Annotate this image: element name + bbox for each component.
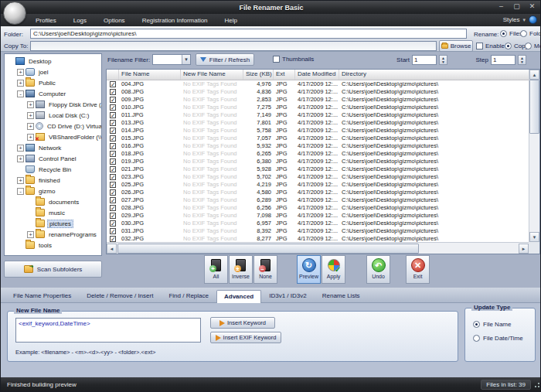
checked-checkbox-icon[interactable]: ✓ — [110, 182, 116, 188]
copyto-input[interactable] — [30, 41, 437, 51]
tree-item-floppy-disk-drive-a[interactable]: +Floppy Disk Drive (A:) — [5, 99, 101, 110]
checked-checkbox-icon[interactable]: ✓ — [110, 81, 116, 87]
chevron-down-icon[interactable]: ▼ — [182, 55, 190, 64]
expand-icon[interactable]: + — [17, 155, 24, 162]
checked-checkbox-icon[interactable]: ✓ — [110, 104, 116, 111]
tab-find-replace[interactable]: Find / Replace — [161, 289, 216, 302]
tab-delete-remove-insert[interactable]: Delete / Remove / Insert — [79, 289, 161, 302]
filename-filter-combo[interactable]: ▼ — [152, 54, 191, 65]
table-row[interactable]: ✓008.JPGNo EXIF Tags Found4,836JPG4/17/2… — [107, 88, 529, 96]
tree-item-network[interactable]: +Network — [5, 142, 101, 153]
column-directory[interactable]: Directory — [339, 70, 529, 80]
folder-input[interactable] — [30, 29, 467, 39]
checked-checkbox-icon[interactable]: ✓ — [110, 228, 116, 234]
scroll-up-icon[interactable]: ▲ — [529, 70, 539, 80]
table-row[interactable]: ✓018.JPGNo EXIF Tags Found6,265JPG4/17/2… — [107, 150, 529, 158]
checked-checkbox-icon[interactable]: ✓ — [110, 159, 116, 165]
tree-item-control-panel[interactable]: +Control Panel — [5, 153, 101, 164]
table-row[interactable]: ✓011.JPGNo EXIF Tags Found7,149JPG4/17/2… — [107, 111, 529, 119]
tree-item-pictures[interactable]: pictures — [5, 218, 101, 229]
filter-refresh-button[interactable]: Filter / Refresh — [196, 53, 254, 66]
insert-exif-keyword-button[interactable]: Insert EXIF Keyword — [210, 332, 281, 343]
apply-button[interactable]: Apply — [322, 255, 345, 284]
checked-checkbox-icon[interactable]: ✓ — [110, 112, 116, 118]
table-row[interactable]: ✓027.JPGNo EXIF Tags Found6,289JPG4/17/2… — [107, 196, 529, 204]
table-row[interactable]: ✓014.JPGNo EXIF Tags Found5,758JPG4/17/2… — [107, 127, 529, 135]
expand-icon[interactable]: + — [27, 123, 34, 130]
table-row[interactable]: ✓015.JPGNo EXIF Tags Found7,057JPG4/17/2… — [107, 135, 529, 142]
chevron-down-icon[interactable]: ▾ — [522, 17, 526, 23]
preview-button[interactable]: ↻Preview — [297, 255, 321, 284]
help-globe-icon[interactable] — [529, 15, 537, 24]
all-button[interactable]: +All — [204, 255, 228, 284]
resize-grip[interactable] — [532, 380, 540, 388]
checked-checkbox-icon[interactable]: ✓ — [110, 197, 116, 203]
tree-item-gizmo[interactable]: -gizmo — [5, 186, 101, 196]
inverse-button[interactable]: ±Inverse — [229, 255, 253, 284]
expand-icon[interactable]: + — [27, 231, 34, 238]
tree-item-renameprograms[interactable]: +renamePrograms — [5, 229, 101, 240]
start-stepper[interactable]: ▲▼ — [439, 55, 447, 65]
start-input[interactable] — [412, 55, 437, 65]
checked-checkbox-icon[interactable]: ✓ — [110, 205, 116, 211]
tree-item-documents[interactable]: documents — [5, 196, 101, 207]
thumbnails-checkbox[interactable]: Thumbnails — [273, 56, 314, 63]
minimize-button[interactable]: – — [496, 2, 506, 11]
tree-item-finished[interactable]: +finished — [5, 175, 101, 186]
scroll-down-icon[interactable]: ▼ — [529, 232, 539, 242]
tree-item-desktop[interactable]: Desktop — [5, 56, 101, 66]
maximize-button[interactable]: ▢ — [512, 2, 522, 11]
checked-checkbox-icon[interactable]: ✓ — [110, 120, 116, 126]
styles-menu[interactable]: Styles — [503, 16, 520, 23]
tab-file-name-properties[interactable]: File Name Properties — [5, 289, 79, 302]
tab-rename-lists[interactable]: Rename Lists — [315, 289, 368, 302]
checked-checkbox-icon[interactable]: ✓ — [110, 174, 116, 180]
menu-item-profiles[interactable]: Profiles — [27, 15, 65, 26]
column-checkbox[interactable] — [107, 70, 119, 80]
tree-item-vbsharedfolder-vboxsvr-2[interactable]: +VBSharedFolder (\\vboxsvr) (2 — [5, 131, 101, 142]
table-row[interactable]: ✓032.JPGNo EXIF Tags Found8,277JPG4/17/2… — [107, 235, 529, 242]
table-row[interactable]: ✓028.JPGNo EXIF Tags Found6,256JPG4/17/2… — [107, 204, 529, 212]
update-file-datetime-radio[interactable]: File Date/Time — [473, 335, 523, 342]
table-row[interactable]: ✓010.JPGNo EXIF Tags Found7,275JPG4/17/2… — [107, 104, 529, 111]
checked-checkbox-icon[interactable]: ✓ — [110, 189, 116, 196]
rename-files-radio[interactable]: Files — [500, 30, 522, 37]
tree-item-computer[interactable]: -Computer — [5, 88, 101, 99]
checked-checkbox-icon[interactable]: ✓ — [110, 128, 116, 134]
checked-checkbox-icon[interactable]: ✓ — [110, 220, 116, 227]
step-input[interactable] — [491, 55, 515, 65]
step-stepper[interactable]: ▲▼ — [518, 55, 526, 65]
checked-checkbox-icon[interactable]: ✓ — [110, 97, 116, 103]
table-row[interactable]: ✓029.JPGNo EXIF Tags Found7,098JPG4/17/2… — [107, 212, 529, 220]
new-file-name-input[interactable]: <exif_keyword,DateTime> — [15, 318, 201, 343]
vertical-scroll-thumb[interactable] — [529, 80, 539, 134]
tree-item-cd-drive-d-virtualbox-guest[interactable]: +CD Drive (D:) VirtualBox Guest — [5, 121, 101, 131]
column-new-file-name[interactable]: New File Name — [181, 70, 243, 80]
scan-subfolders-button[interactable]: Scan Subfolders — [4, 261, 102, 278]
expand-icon[interactable]: + — [27, 112, 34, 119]
expand-icon[interactable]: + — [27, 101, 34, 108]
close-button[interactable]: ✕ — [527, 2, 537, 11]
table-row[interactable]: ✓019.JPGNo EXIF Tags Found6,380JPG4/17/2… — [107, 158, 529, 165]
table-row[interactable]: ✓021.JPGNo EXIF Tags Found5,928JPG4/17/2… — [107, 165, 529, 173]
expand-icon[interactable]: + — [17, 69, 24, 76]
column-date-modified[interactable]: Date Modified — [295, 70, 339, 80]
table-row[interactable]: ✓030.JPGNo EXIF Tags Found6,957JPG4/17/2… — [107, 220, 529, 227]
move-radio[interactable]: Move — [525, 43, 541, 49]
tab-advanced[interactable]: Advanced — [216, 290, 261, 303]
tab-id3v1-id3v2[interactable]: ID3v1 / ID3v2 — [261, 289, 314, 302]
menu-item-logs[interactable]: Logs — [65, 15, 95, 26]
table-row[interactable]: ✓026.JPGNo EXIF Tags Found4,580JPG4/17/2… — [107, 189, 529, 196]
expand-icon[interactable]: + — [27, 134, 34, 141]
expand-icon[interactable]: + — [17, 80, 24, 87]
menu-item-registration-information[interactable]: Registration Information — [134, 15, 216, 26]
horizontal-scrollbar[interactable]: ◄ ► — [107, 242, 529, 254]
scroll-left-icon[interactable]: ◄ — [107, 244, 117, 254]
column-ext[interactable]: Ext — [274, 70, 295, 80]
table-row[interactable]: ✓031.JPGNo EXIF Tags Found8,392JPG4/17/2… — [107, 227, 529, 235]
collapse-icon[interactable]: - — [17, 90, 24, 97]
checked-checkbox-icon[interactable]: ✓ — [110, 166, 116, 172]
table-row[interactable]: ✓009.JPGNo EXIF Tags Found2,853JPG4/17/2… — [107, 96, 529, 104]
table-row[interactable]: ✓023.JPGNo EXIF Tags Found5,702JPG4/17/2… — [107, 173, 529, 181]
checked-checkbox-icon[interactable]: ✓ — [110, 151, 116, 157]
